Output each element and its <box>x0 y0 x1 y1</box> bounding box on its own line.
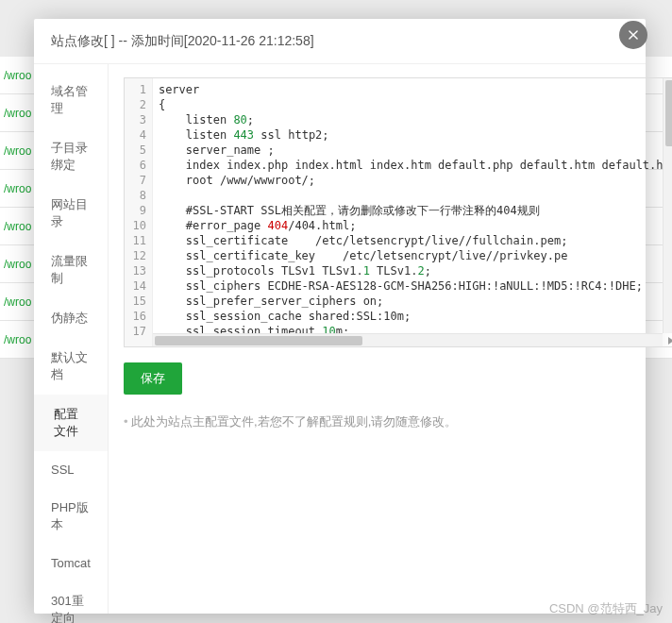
modal-header: 站点修改[ ] -- 添加时间[2020-11-26 21:12:58] <box>34 19 646 64</box>
config-editor[interactable]: 1234567891011121314151617 server { liste… <box>124 77 672 347</box>
vertical-scrollbar[interactable] <box>663 78 672 333</box>
horizontal-scrollbar[interactable] <box>153 333 663 346</box>
sidebar-item-php[interactable]: PHP版本 <box>34 488 108 545</box>
close-icon <box>627 28 640 42</box>
modal-title: 站点修改[ ] -- 添加时间[2020-11-26 21:12:58] <box>51 33 314 50</box>
close-button[interactable] <box>619 21 647 49</box>
sidebar-item-traffic[interactable]: 流量限制 <box>34 242 108 298</box>
sidebar-item-redirect[interactable]: 301重定向 <box>34 581 108 623</box>
scroll-right-icon[interactable] <box>668 337 672 345</box>
sidebar-item-tomcat[interactable]: Tomcat <box>34 545 108 581</box>
watermark: CSDN @范特西_Jay <box>549 600 663 617</box>
sidebar: 域名管理子目录绑定网站目录流量限制伪静态默认文档配置文件SSLPHP版本Tomc… <box>34 64 109 614</box>
sidebar-item-defaultdoc[interactable]: 默认文档 <box>34 338 108 395</box>
line-gutter: 1234567891011121314151617 <box>125 78 153 346</box>
sidebar-item-ssl[interactable]: SSL <box>34 451 108 488</box>
code-area[interactable]: server { listen 80; listen 443 ssl http2… <box>153 78 672 346</box>
main-panel: 1234567891011121314151617 server { liste… <box>109 64 672 614</box>
config-note: 此处为站点主配置文件,若您不了解配置规则,请勿随意修改。 <box>124 413 672 430</box>
sidebar-item-config[interactable]: 配置文件 <box>34 395 108 451</box>
scrollbar-thumb[interactable] <box>665 80 672 146</box>
sidebar-item-rewrite[interactable]: 伪静态 <box>34 298 108 338</box>
sidebar-item-subdir[interactable]: 子目录绑定 <box>34 128 108 185</box>
sidebar-item-sitedir[interactable]: 网站目录 <box>34 185 108 242</box>
site-edit-modal: 站点修改[ ] -- 添加时间[2020-11-26 21:12:58] 域名管… <box>34 19 646 614</box>
save-button[interactable]: 保存 <box>124 362 182 395</box>
scrollbar-thumb[interactable] <box>155 336 362 345</box>
sidebar-item-domain[interactable]: 域名管理 <box>34 72 108 128</box>
